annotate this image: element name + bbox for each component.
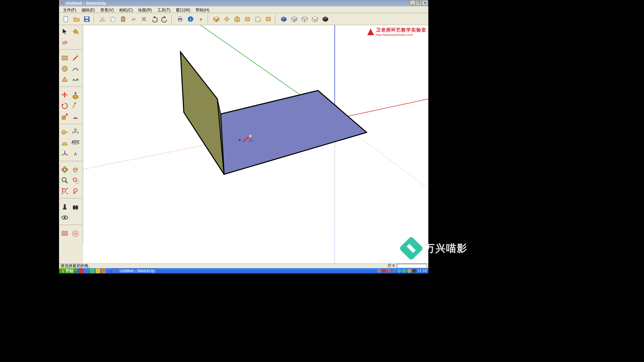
arc-tool-icon[interactable]	[70, 64, 80, 74]
text-tool-icon[interactable]: ABC	[70, 138, 80, 148]
orbit-tool-icon[interactable]	[60, 165, 70, 175]
cut-icon[interactable]	[97, 14, 107, 24]
iso-view-icon[interactable]	[211, 14, 221, 24]
tray-icon[interactable]	[377, 269, 381, 273]
ql-icon[interactable]	[78, 268, 83, 273]
undo-icon[interactable]	[149, 14, 159, 24]
svg-rect-93	[62, 269, 64, 270]
open-file-icon[interactable]	[71, 14, 82, 24]
copy-icon[interactable]	[108, 14, 118, 24]
help-icon[interactable]: ?	[196, 14, 206, 24]
zoom-extents-icon[interactable]	[60, 186, 70, 196]
restore-button[interactable]: ❐	[416, 0, 422, 5]
minimize-button[interactable]: _	[410, 0, 416, 5]
hidden-line-icon[interactable]	[310, 14, 320, 24]
left-view-icon[interactable]	[263, 14, 273, 24]
wireframe-icon[interactable]	[300, 14, 310, 24]
back-view-icon[interactable]	[253, 14, 263, 24]
ql-ie-icon[interactable]	[84, 268, 89, 273]
line-tool-icon[interactable]	[70, 53, 80, 63]
polygon-tool-icon[interactable]	[60, 74, 70, 84]
pushpull-tool-icon[interactable]	[70, 90, 80, 100]
3d-text-tool-icon[interactable]: A	[70, 149, 80, 159]
walk-tool-icon[interactable]	[70, 202, 80, 212]
tray-icon[interactable]	[397, 269, 401, 273]
shaded-textures-icon[interactable]	[279, 14, 289, 24]
watermark-url: http://www.teacherwei.com/	[376, 33, 426, 37]
print-icon[interactable]	[175, 14, 185, 24]
tray-icon[interactable]	[412, 269, 416, 273]
scale-tool-icon[interactable]	[60, 112, 70, 122]
freehand-tool-icon[interactable]	[70, 74, 80, 84]
svg-marker-32	[291, 18, 294, 22]
position-camera-icon[interactable]	[60, 202, 70, 212]
front-view-icon[interactable]	[232, 14, 242, 24]
svg-rect-92	[60, 269, 62, 270]
dimension-input[interactable]	[397, 264, 427, 268]
new-file-icon[interactable]	[61, 14, 71, 24]
zoom-tool-icon[interactable]	[60, 175, 70, 185]
ql-icon[interactable]	[90, 268, 95, 273]
tray-icon[interactable]	[407, 269, 411, 273]
ql-icon[interactable]	[101, 268, 106, 273]
svg-line-47	[73, 56, 78, 60]
pan-tool-icon[interactable]	[70, 165, 80, 175]
start-button[interactable]: 开始	[59, 268, 77, 274]
right-view-icon[interactable]	[243, 14, 253, 24]
redo-icon[interactable]	[160, 14, 170, 24]
viewport-3d[interactable]: 卫老师环艺教学实验室 http://www.teacherwei.com/	[83, 25, 428, 263]
model-info-icon[interactable]: i	[185, 14, 196, 24]
svg-rect-26	[246, 17, 250, 21]
tray-icon[interactable]	[392, 269, 396, 273]
tray-icon[interactable]	[387, 269, 391, 273]
look-around-icon[interactable]	[60, 213, 70, 223]
top-view-icon[interactable]	[222, 14, 232, 24]
menu-edit[interactable]: 编辑(E)	[79, 6, 98, 13]
section-plane-icon[interactable]	[60, 228, 70, 238]
svg-marker-34	[302, 16, 308, 19]
delete-icon[interactable]	[139, 14, 149, 24]
tray-icon[interactable]	[402, 269, 406, 273]
protractor-tool-icon[interactable]	[60, 138, 70, 148]
menu-view[interactable]: 查看(V)	[98, 6, 116, 13]
menu-draw[interactable]: 绘图(R)	[136, 6, 155, 13]
menu-window[interactable]: 窗口(W)	[173, 6, 193, 13]
menu-file[interactable]: 文件(F)	[60, 6, 79, 13]
move-tool-icon[interactable]	[60, 90, 70, 100]
svg-text:ABC: ABC	[71, 140, 79, 144]
taskbar-app[interactable]: Untitled - SketchUp	[112, 268, 157, 273]
svg-rect-10	[112, 18, 115, 21]
eraser-tool-icon[interactable]	[60, 37, 70, 47]
ql-icon[interactable]	[96, 268, 100, 273]
svg-marker-53	[74, 103, 76, 104]
paint-bucket-icon[interactable]	[70, 26, 80, 37]
tray-icon[interactable]	[382, 269, 386, 273]
shaded-icon[interactable]	[289, 14, 299, 24]
menu-tools[interactable]: 工具(T)	[155, 6, 173, 13]
tape-measure-icon[interactable]	[60, 127, 70, 137]
svg-text:?: ?	[200, 18, 202, 22]
previous-view-icon[interactable]	[70, 186, 80, 196]
rectangle-tool-icon[interactable]	[60, 53, 70, 63]
axes-tool-icon[interactable]	[60, 149, 70, 159]
offset-tool-icon[interactable]	[70, 112, 80, 122]
windows-logo-icon	[60, 269, 64, 273]
side-toolbar: 3' ABC A	[59, 25, 83, 243]
menu-camera[interactable]: 相机(C)	[116, 6, 136, 13]
rotate-tool-icon[interactable]	[60, 101, 70, 111]
erase-icon[interactable]	[128, 14, 139, 24]
monochrome-icon[interactable]	[320, 14, 330, 24]
followme-tool-icon[interactable]	[70, 101, 80, 111]
svg-rect-56	[65, 132, 68, 133]
zoom-window-icon[interactable]	[70, 175, 80, 185]
select-tool-icon[interactable]	[60, 26, 70, 37]
circle-tool-icon[interactable]	[60, 64, 70, 74]
watermark-teacher: 卫老师环艺教学实验室 http://www.teacherwei.com/	[367, 27, 426, 37]
dimension-tool-icon[interactable]: 3'	[70, 127, 80, 137]
menu-help[interactable]: 帮助(H)	[193, 6, 212, 13]
close-button[interactable]: ✕	[422, 0, 428, 5]
svg-marker-35	[302, 18, 305, 22]
section-display-icon[interactable]	[70, 228, 80, 238]
paste-icon[interactable]	[118, 14, 128, 24]
save-icon[interactable]	[82, 14, 92, 24]
